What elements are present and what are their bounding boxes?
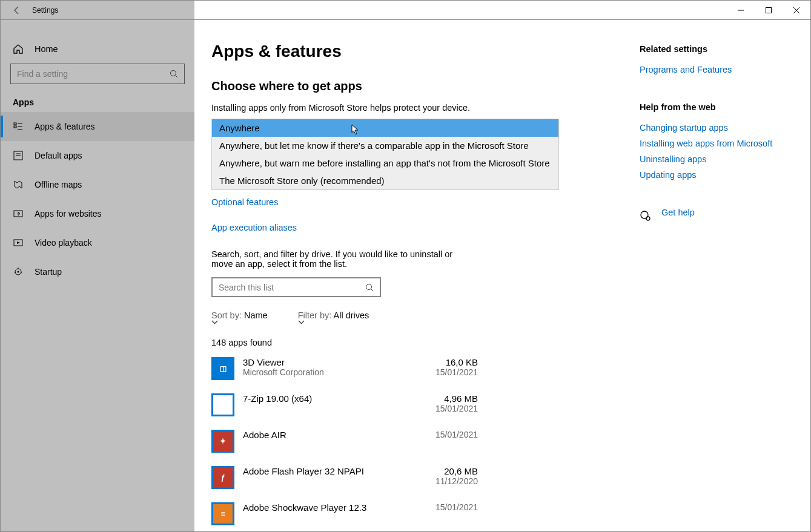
- app-row[interactable]: ≡Adobe Shockwave Player 12.315/01/2021: [211, 502, 478, 531]
- nav-item-video-playback[interactable]: Video playback: [1, 228, 194, 257]
- app-list-search[interactable]: [211, 277, 381, 297]
- nav-item-startup[interactable]: Startup: [1, 257, 194, 286]
- home-icon: [13, 44, 24, 54]
- app-source-dropdown[interactable]: AnywhereAnywhere, but let me know if the…: [211, 119, 559, 190]
- dropdown-option[interactable]: The Microsoft Store only (recommended): [212, 172, 558, 189]
- svg-line-5: [176, 76, 178, 78]
- nav-icon: [13, 180, 24, 189]
- app-size: 16,0 KB: [405, 357, 478, 367]
- app-date: 15/01/2021: [405, 502, 478, 512]
- related-settings-heading: Related settings: [640, 44, 798, 54]
- svg-line-22: [371, 289, 374, 291]
- app-date: 15/01/2021: [405, 367, 478, 377]
- app-execution-aliases-link[interactable]: App execution aliases: [211, 223, 623, 232]
- help-link[interactable]: Uninstalling apps: [640, 154, 798, 164]
- optional-features-link[interactable]: Optional features: [211, 197, 623, 207]
- app-list-search-input[interactable]: [219, 283, 358, 292]
- settings-window: Settings Home: [0, 0, 811, 532]
- app-row[interactable]: ✦Adobe AIR15/01/2021: [211, 430, 478, 466]
- app-icon: 7z: [211, 393, 234, 416]
- nav-icon: [13, 122, 24, 131]
- nav-item-default-apps[interactable]: Default apps: [1, 141, 194, 170]
- find-setting-input[interactable]: [17, 69, 162, 79]
- search-icon: [365, 283, 374, 292]
- svg-point-21: [366, 284, 372, 289]
- list-description: Search, sort, and filter by drive. If yo…: [211, 249, 466, 269]
- filter-by-dropdown[interactable]: Filter by: All drives: [298, 310, 376, 324]
- nav-label: Video playback: [35, 238, 92, 248]
- choose-description: Installing apps only from Microsoft Stor…: [211, 103, 623, 113]
- nav-icon: [13, 151, 24, 160]
- get-help-link[interactable]: Get help: [661, 208, 695, 217]
- dropdown-option[interactable]: Anywhere: [212, 119, 558, 137]
- dropdown-option[interactable]: Anywhere, but let me know if there's a c…: [212, 137, 558, 154]
- app-publisher: Microsoft Corporation: [243, 367, 405, 377]
- app-row[interactable]: ƒAdobe Flash Player 32 NPAPI20,6 MB11/12…: [211, 466, 478, 502]
- svg-rect-6: [14, 123, 16, 125]
- search-icon: [170, 70, 178, 78]
- svg-point-17: [18, 271, 19, 273]
- nav-label: Apps for websites: [35, 209, 102, 218]
- home-label: Home: [35, 44, 58, 54]
- close-button[interactable]: [783, 1, 810, 20]
- nav-icon: [13, 267, 24, 277]
- svg-point-4: [171, 71, 176, 76]
- svg-rect-7: [14, 126, 16, 128]
- nav-label: Offline maps: [35, 180, 82, 189]
- app-date: 15/01/2021: [405, 404, 478, 413]
- app-name: Adobe Flash Player 32 NPAPI: [243, 466, 405, 476]
- help-link[interactable]: Installing web apps from Microsoft: [640, 139, 798, 148]
- choose-heading: Choose where to get apps: [211, 79, 623, 93]
- page-title: Apps & features: [211, 42, 623, 61]
- app-row[interactable]: 7z7-Zip 19.00 (x64)4,96 MB15/01/2021: [211, 393, 478, 430]
- nav-item-apps-features[interactable]: Apps & features: [1, 112, 194, 141]
- back-icon[interactable]: [13, 6, 21, 15]
- app-date: 11/12/2020: [405, 476, 478, 486]
- sort-by-dropdown[interactable]: Sort by: Name: [211, 310, 274, 324]
- app-size: 4,96 MB: [405, 393, 478, 404]
- dropdown-option[interactable]: Anywhere, but warn me before installing …: [212, 154, 558, 172]
- app-date: 15/01/2021: [405, 430, 478, 439]
- chevron-down-icon: [298, 320, 376, 324]
- home-button[interactable]: Home: [1, 34, 194, 64]
- app-name: Adobe Shockwave Player 12.3: [243, 502, 405, 513]
- cursor-icon: [351, 124, 360, 135]
- apps-count: 148 apps found: [211, 338, 623, 347]
- maximize-button[interactable]: [755, 1, 783, 20]
- programs-and-features-link[interactable]: Programs and Features: [640, 65, 798, 74]
- nav-label: Apps & features: [35, 122, 95, 131]
- svg-rect-1: [766, 8, 772, 13]
- app-name: 7-Zip 19.00 (x64): [243, 393, 405, 404]
- help-from-web-heading: Help from the web: [640, 102, 798, 112]
- app-size: 20,6 MB: [405, 466, 478, 476]
- help-icon: [640, 210, 650, 221]
- right-panel: Related settings Programs and Features H…: [635, 20, 810, 531]
- content-area: Apps & features Choose where to get apps…: [194, 20, 635, 531]
- find-setting-search[interactable]: [10, 64, 185, 84]
- nav-icon: [13, 209, 24, 218]
- sidebar: Home Apps Apps & featuresDefault appsOff…: [1, 20, 194, 531]
- svg-point-24: [646, 217, 650, 220]
- app-icon: ✦: [211, 430, 234, 453]
- nav-item-offline-maps[interactable]: Offline maps: [1, 170, 194, 199]
- section-label: Apps: [1, 93, 194, 112]
- window-title: Settings: [32, 6, 58, 15]
- app-icon: ≡: [211, 502, 234, 525]
- app-icon: ◫: [211, 357, 234, 380]
- nav-label: Default apps: [35, 151, 82, 160]
- help-link[interactable]: Updating apps: [640, 170, 798, 180]
- titlebar: Settings: [1, 1, 810, 20]
- app-row[interactable]: ◫3D ViewerMicrosoft Corporation16,0 KB15…: [211, 357, 478, 393]
- app-name: Adobe AIR: [243, 430, 405, 440]
- app-list: ◫3D ViewerMicrosoft Corporation16,0 KB15…: [211, 357, 623, 531]
- nav-icon: [13, 238, 24, 248]
- help-link[interactable]: Changing startup apps: [640, 123, 798, 133]
- app-name: 3D Viewer: [243, 357, 405, 367]
- nav-label: Startup: [35, 267, 62, 277]
- minimize-button[interactable]: [727, 1, 755, 20]
- app-icon: ƒ: [211, 466, 234, 489]
- chevron-down-icon: [211, 320, 274, 324]
- nav-item-apps-for-websites[interactable]: Apps for websites: [1, 199, 194, 228]
